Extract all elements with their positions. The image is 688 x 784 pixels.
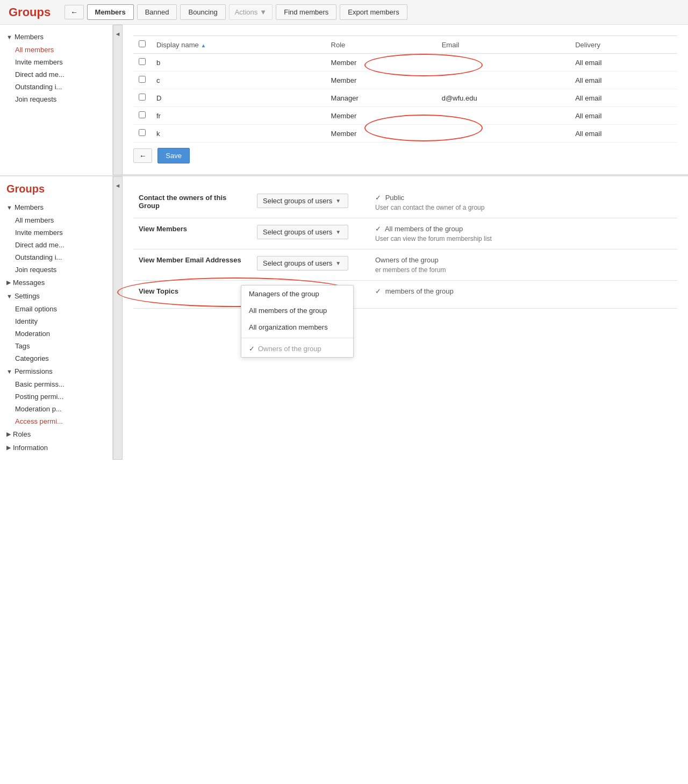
dropdown-item-2[interactable]: All organization members	[241, 319, 353, 336]
sidebar-item-all-members-1[interactable]: All members	[0, 44, 112, 56]
sidebar-item-identity[interactable]: Identity	[0, 315, 112, 327]
bouncing-tab[interactable]: Bouncing	[180, 4, 225, 20]
row-checkbox-3[interactable]	[139, 111, 146, 118]
actions-chevron: ▼	[260, 8, 267, 16]
perm-value-view_members: All members of the group	[385, 225, 463, 233]
sidebar-item-email-options[interactable]: Email options	[0, 303, 112, 315]
perm-row-view_members: View Members Select groups of users ▼ ✓ …	[133, 218, 677, 250]
sidebar-item-outstanding-2[interactable]: Outstanding i...	[0, 251, 112, 263]
sidebar-2: Groups ▼ Members All members Invite memb…	[0, 176, 113, 460]
sidebar-1-collapse-btn[interactable]: ◄	[113, 25, 123, 175]
sidebar-members-header-1[interactable]: ▼ Members	[0, 30, 112, 44]
perm-desc-view_members: User can view the forum membership list	[375, 233, 672, 243]
messages-arrow: ▶	[6, 279, 11, 286]
sidebar-item-invite-members-1[interactable]: Invite members	[0, 56, 112, 68]
header-email: Email	[436, 36, 570, 54]
row-email-2: d@wfu.edu	[436, 89, 570, 107]
sidebar-item-access-perms[interactable]: Access permi...	[0, 415, 112, 427]
table-row: b Member All email	[133, 54, 677, 72]
top-toolbar: Groups ← Members Banned Bouncing Actions…	[0, 0, 688, 25]
actions-label: Actions	[235, 8, 258, 16]
dropdown-divider	[241, 338, 353, 338]
permissions-table: Contact the owners of this Group Select …	[133, 187, 677, 309]
select-all-checkbox[interactable]	[139, 40, 146, 47]
perm-checkmark-view_members: ✓	[375, 225, 381, 233]
banned-tab[interactable]: Banned	[137, 4, 177, 20]
row-email-1	[436, 72, 570, 89]
header-delivery: Delivery	[570, 36, 677, 54]
sidebar-roles-header[interactable]: ▶ Roles	[0, 427, 112, 441]
information-arrow: ▶	[6, 444, 11, 451]
settings-label: Settings	[15, 292, 40, 300]
row-name-3: fr	[151, 107, 326, 125]
row-checkbox-1[interactable]	[139, 76, 146, 83]
sidebar-information-header[interactable]: ▶ Information	[0, 441, 112, 454]
members-table: Display name ▲ Role Email Delivery b Mem…	[133, 35, 677, 142]
members-collapse-arrow-1: ▼	[6, 34, 12, 40]
row-role-2: Manager	[326, 89, 436, 107]
dropdown-item-1[interactable]: All members of the group	[241, 302, 353, 319]
dropdown-item-3[interactable]: ✓Owners of the group	[241, 340, 353, 357]
row-checkbox-2[interactable]	[139, 94, 146, 101]
sidebar-item-posting-perms[interactable]: Posting permi...	[0, 390, 112, 403]
row-role-4: Member	[326, 125, 436, 142]
find-members-button[interactable]: Find members	[276, 4, 336, 20]
dropdown-item-label-2: All organization members	[249, 323, 328, 331]
settings-arrow: ▼	[6, 293, 12, 300]
section-2-main: Contact the owners of this Group Select …	[123, 176, 688, 460]
perm-value-cell-view_member_email: Owners of the group er members of the fo…	[370, 250, 677, 281]
section-1-wrapper: ▼ Members All members Invite members Dir…	[0, 25, 688, 175]
sidebar-item-tags[interactable]: Tags	[0, 340, 112, 352]
sidebar-item-join-requests-2[interactable]: Join requests	[0, 263, 112, 276]
perm-label-view_members: View Members	[133, 218, 252, 250]
row-email-0	[436, 54, 570, 72]
perm-dropdown-btn-view_members[interactable]: Select groups of users ▼	[257, 225, 348, 239]
dropdown-menu: Managers of the groupAll members of the …	[241, 285, 354, 358]
sidebar-item-direct-add-2[interactable]: Direct add me...	[0, 239, 112, 251]
sidebar-members-header-2[interactable]: ▼ Members	[0, 201, 112, 214]
roles-label: Roles	[13, 430, 31, 438]
sidebar-item-join-requests-1[interactable]: Join requests	[0, 93, 112, 105]
dropdown-checkmark-3: ✓	[249, 345, 255, 353]
table-row: k Member All email	[133, 125, 677, 142]
sidebar-2-collapse-btn[interactable]: ◄	[113, 176, 123, 460]
perm-dropdown-label-view_member_email: Select groups of users	[263, 259, 332, 267]
sidebar-1-container: ▼ Members All members Invite members Dir…	[0, 25, 123, 175]
row-name-0: b	[151, 54, 326, 72]
sidebar-item-moderation[interactable]: Moderation	[0, 327, 112, 340]
sidebar-item-moderation-perms[interactable]: Moderation p...	[0, 403, 112, 415]
section-2-wrapper: Groups ▼ Members All members Invite memb…	[0, 176, 688, 460]
members-tab[interactable]: Members	[87, 4, 134, 20]
table-row: c Member All email	[133, 72, 677, 89]
back-button[interactable]: ←	[64, 5, 83, 19]
perm-control-view_member_email: Select groups of users ▼	[252, 250, 370, 281]
row-checkbox-0[interactable]	[139, 58, 146, 65]
save-back-button[interactable]: ←	[133, 148, 152, 163]
save-button[interactable]: Save	[157, 148, 190, 163]
permissions-label: Permissions	[15, 367, 53, 375]
sidebar-messages-header[interactable]: ▶ Messages	[0, 276, 112, 289]
sidebar-settings-header[interactable]: ▼ Settings	[0, 289, 112, 303]
row-name-1: c	[151, 72, 326, 89]
perm-desc-view_member_email: er members of the forum	[375, 264, 672, 274]
perm-dropdown-btn-view_member_email[interactable]: Select groups of users ▼	[257, 256, 348, 270]
sidebar-item-direct-add-1[interactable]: Direct add me...	[0, 68, 112, 81]
sidebar-item-basic-perms[interactable]: Basic permiss...	[0, 378, 112, 390]
row-email-4	[436, 125, 570, 142]
sidebar-item-all-members-2[interactable]: All members	[0, 214, 112, 226]
sidebar-permissions-header[interactable]: ▼ Permissions	[0, 365, 112, 378]
perm-dropdown-chevron-view_member_email: ▼	[335, 260, 341, 266]
sidebar-item-outstanding-1[interactable]: Outstanding i...	[0, 81, 112, 93]
perm-dropdown-btn-contact_owners[interactable]: Select groups of users ▼	[257, 194, 348, 208]
row-checkbox-4[interactable]	[139, 129, 146, 136]
row-email-3	[436, 107, 570, 125]
save-bar: ← Save	[133, 142, 677, 163]
sidebar-item-invite-members-2[interactable]: Invite members	[0, 226, 112, 239]
sidebar-item-categories[interactable]: Categories	[0, 352, 112, 365]
row-delivery-2: All email	[570, 89, 677, 107]
actions-dropdown[interactable]: Actions ▼	[229, 4, 273, 20]
roles-arrow: ▶	[6, 431, 11, 438]
export-members-button[interactable]: Export members	[340, 4, 407, 20]
dropdown-item-0[interactable]: Managers of the group	[241, 286, 353, 302]
table-row: fr Member All email	[133, 107, 677, 125]
